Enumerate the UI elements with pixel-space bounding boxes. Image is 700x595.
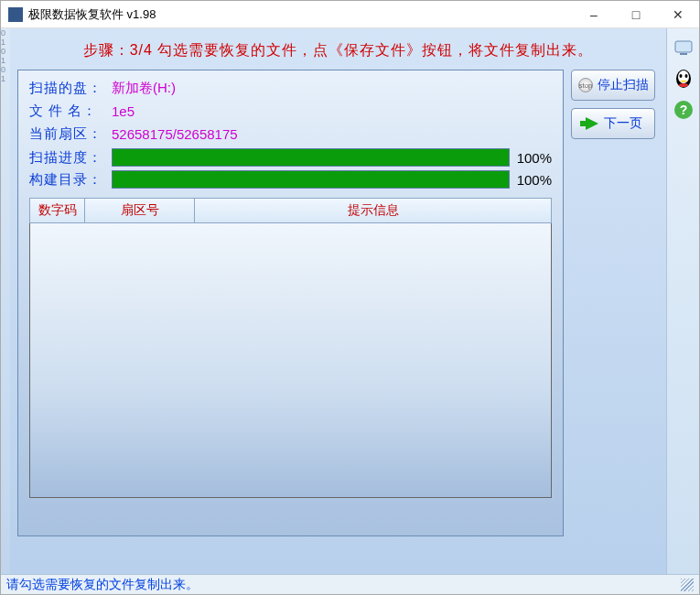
client-area: 010101 步骤：3/4 勾选需要恢复的文件，点《保存文件》按钮，将文件复制出… (1, 28, 699, 574)
scan-progress-bar (112, 148, 510, 167)
svg-point-4 (679, 74, 682, 78)
app-window: 极限数据恢复软件 v1.98 – □ ✕ 010101 步骤：3/4 勾选需要恢… (0, 0, 700, 595)
dock-computer-icon[interactable] (672, 36, 695, 60)
stop-scan-label: 停止扫描 (598, 77, 649, 93)
scan-progress-label: 扫描进度： (29, 149, 112, 167)
svg-point-5 (684, 74, 687, 78)
filename-value: 1e5 (112, 103, 135, 119)
status-text: 请勾选需要恢复的文件复制出来。 (6, 577, 199, 593)
filename-label: 文 件 名： (29, 103, 112, 120)
disk-value: 新加卷(H:) (112, 80, 176, 97)
svg-rect-0 (675, 41, 692, 52)
col-sector[interactable]: 扇区号 (85, 199, 195, 222)
right-dock: ? (666, 28, 699, 574)
next-page-button[interactable]: 下一页 (571, 108, 655, 139)
svg-rect-1 (680, 53, 687, 55)
side-buttons: stop 停止扫描 下一页 (564, 70, 655, 536)
titlebar: 极限数据恢复软件 v1.98 – □ ✕ (1, 1, 699, 28)
arrow-right-icon (584, 115, 600, 132)
sector-value: 52658175/52658175 (112, 126, 238, 142)
sector-label: 当前扇区： (29, 125, 112, 143)
app-icon (8, 7, 23, 22)
col-code[interactable]: 数字码 (30, 199, 85, 222)
table-header: 数字码 扇区号 提示信息 (29, 198, 552, 223)
window-title: 极限数据恢复软件 v1.98 (28, 6, 573, 23)
stop-scan-button[interactable]: stop 停止扫描 (571, 70, 655, 101)
scan-progress-pct: 100% (510, 150, 552, 166)
svg-text:?: ? (679, 103, 687, 117)
result-table: 数字码 扇区号 提示信息 (29, 198, 552, 498)
maximize-button[interactable]: □ (615, 1, 657, 27)
step-banner: 步骤：3/4 勾选需要恢复的文件，点《保存文件》按钮，将文件复制出来。 (10, 28, 666, 70)
statusbar: 请勾选需要恢复的文件复制出来。 (1, 574, 699, 594)
minimize-button[interactable]: – (573, 1, 615, 27)
resize-grip-icon[interactable] (681, 579, 694, 591)
stop-icon: stop (577, 77, 594, 93)
close-button[interactable]: ✕ (657, 1, 699, 27)
left-decor-strip: 010101 (1, 28, 10, 574)
col-msg[interactable]: 提示信息 (195, 199, 551, 222)
table-body[interactable] (29, 223, 552, 498)
build-progress-pct: 100% (510, 172, 552, 188)
main-area: 步骤：3/4 勾选需要恢复的文件，点《保存文件》按钮，将文件复制出来。 扫描的盘… (10, 28, 666, 574)
dock-qq-icon[interactable] (672, 67, 695, 91)
next-page-label: 下一页 (604, 115, 642, 132)
build-progress-bar (112, 170, 510, 189)
build-progress-label: 构建目录： (29, 171, 112, 189)
disk-label: 扫描的盘： (29, 80, 112, 97)
svg-point-6 (679, 83, 688, 87)
dock-help-icon[interactable]: ? (672, 98, 695, 122)
info-panel: 扫描的盘： 新加卷(H:) 文 件 名： 1e5 当前扇区： 52658175/… (17, 70, 564, 536)
